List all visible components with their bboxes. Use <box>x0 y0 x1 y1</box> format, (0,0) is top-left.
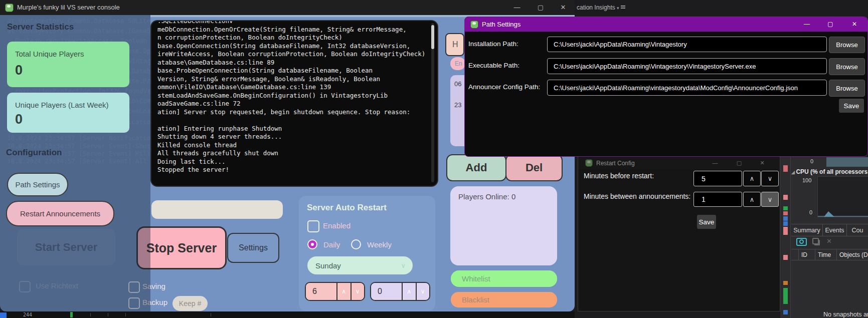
whitelist-button[interactable]: Whitelist <box>451 270 557 287</box>
col-objects[interactable]: Objects (D <box>837 249 868 260</box>
card-label: Unique Players (Last Week) <box>15 101 108 109</box>
tab-events[interactable]: Events <box>823 224 847 236</box>
path-settings-dialog: Path Settings — ▢ ✕ Installation Path: B… <box>464 17 868 157</box>
console-output[interactable]: .SQLiteDbConnectionVmeDbConnection.OpenO… <box>150 20 438 187</box>
whitelist-label: Whitelist <box>462 274 490 283</box>
restart-hour-stepper: ∧ ∨ <box>305 282 365 301</box>
minutes-before-up-button[interactable]: ∧ <box>743 171 761 186</box>
collapse-icon: ◢ <box>791 170 796 175</box>
hour-up-button[interactable]: ∧ <box>336 283 351 300</box>
col-id[interactable]: ID <box>799 249 815 260</box>
hour-down-button[interactable]: ∨ <box>351 283 365 300</box>
camera-icon[interactable] <box>796 238 807 246</box>
browse-button[interactable]: Browse <box>829 58 865 75</box>
maximize-button[interactable]: ▢ <box>533 2 548 14</box>
minutes-between-label: Minutes between announcements: <box>584 192 690 200</box>
card-value: 0 <box>15 63 23 78</box>
del-button[interactable]: Del <box>505 154 563 181</box>
minimize-button[interactable]: — <box>799 19 814 30</box>
add-label: Add <box>466 161 487 174</box>
scroll-annotation <box>783 310 788 314</box>
chevron-down-icon: ▾ <box>617 6 619 11</box>
executable-path-input[interactable] <box>547 58 827 74</box>
background-window-controls-icon <box>621 6 625 7</box>
minutes-before-down-button[interactable]: ∨ <box>761 171 779 186</box>
daily-radio[interactable] <box>307 239 317 249</box>
hour-input[interactable] <box>306 283 336 300</box>
maximize-button[interactable]: ▢ <box>732 158 747 168</box>
col-blank <box>791 249 799 260</box>
close-button[interactable]: ✕ <box>847 19 862 30</box>
scroll-annotation <box>783 227 788 235</box>
empty-message: No snapshots are <box>823 311 868 318</box>
unique-players-week-card: Unique Players (Last Week) 0 <box>7 93 129 133</box>
settings-button[interactable]: Settings <box>227 233 279 263</box>
en-pill-label: En <box>455 60 462 67</box>
console-scrollbar-thumb[interactable] <box>431 25 434 49</box>
minutes-before-label: Minutes before restart: <box>584 172 654 180</box>
screen: cation Insights ▾ Murple's funky lil VS … <box>0 0 868 318</box>
cpu-chart-header[interactable]: ◢ CPU (% of all processors) <box>791 168 867 175</box>
background-title-text: cation Insights <box>577 4 615 11</box>
minutes-between-input[interactable] <box>693 192 742 207</box>
background-window-title[interactable]: cation Insights ▾ <box>577 4 619 11</box>
minutes-before-input[interactable] <box>693 171 742 186</box>
announcer-config-path-input[interactable] <box>547 80 827 96</box>
save-label: Save <box>699 218 715 226</box>
h-button[interactable]: H <box>445 33 464 56</box>
restart-announcements-label: Restart Announcements <box>20 209 100 218</box>
minute-up-button[interactable]: ∧ <box>402 283 416 300</box>
save-button[interactable]: Save <box>839 99 864 113</box>
close-button[interactable]: ✕ <box>755 158 770 168</box>
close-button[interactable]: ✕ <box>556 2 571 14</box>
restart-minute-stepper: ∧ ∨ <box>370 282 430 301</box>
keep-count-button[interactable]: Keep # <box>172 296 208 311</box>
minute-input[interactable] <box>371 283 402 300</box>
minutes-between-down-button[interactable]: ∨ <box>761 192 779 207</box>
scroll-annotation <box>783 288 788 304</box>
taskbar-icon[interactable] <box>0 312 7 318</box>
players-online-label: Players Online: 0 <box>458 192 515 201</box>
browse-button[interactable]: Browse <box>829 80 865 97</box>
snapshot-toolbar: ✕ <box>791 237 868 247</box>
scroll-annotation <box>783 255 788 260</box>
maximize-button[interactable]: ▢ <box>823 19 838 30</box>
restart-day-select[interactable]: Sunday ∨ <box>307 256 413 274</box>
browse-button[interactable]: Browse <box>829 37 865 53</box>
list-item[interactable]: 23 <box>454 101 461 109</box>
minimize-button[interactable]: — <box>708 158 723 168</box>
players-online-panel[interactable]: Players Online: 0 <box>450 186 557 265</box>
chevron-down-icon: ∨ <box>401 262 406 269</box>
col-time[interactable]: Time <box>815 249 837 260</box>
browse-label: Browse <box>836 41 857 49</box>
auto-restart-title: Server Auto Restart <box>307 203 387 213</box>
minute-down-button[interactable]: ∨ <box>416 283 430 300</box>
list-item[interactable]: 06 <box>454 80 461 88</box>
path-settings-button[interactable]: Path Settings <box>7 173 68 196</box>
command-input[interactable] <box>151 200 283 219</box>
blacklist-label: Blacklist <box>462 295 489 304</box>
cpu-ymax-label: 100 <box>802 177 811 183</box>
enabled-checkbox[interactable] <box>307 220 319 232</box>
tab-summary[interactable]: Summary <box>791 224 823 236</box>
blacklist-button[interactable]: Blacklist <box>451 292 557 307</box>
app-title: Murple's funky lil VS server console <box>17 4 120 11</box>
app-titlebar: Murple's funky lil VS server console — ▢… <box>0 0 575 15</box>
minimize-button[interactable]: — <box>509 2 525 14</box>
compare-icon[interactable] <box>812 238 819 244</box>
restart-announcements-button[interactable]: Restart Announcements <box>6 201 114 226</box>
en-pill[interactable]: En <box>450 57 465 70</box>
dialog-icon <box>470 21 478 29</box>
minutes-between-up-button[interactable]: ∧ <box>743 192 761 207</box>
delete-icon[interactable]: ✕ <box>826 237 832 245</box>
tab-counters[interactable]: Cou <box>847 224 868 236</box>
installation-path-input[interactable] <box>547 37 827 52</box>
console-scrollbar[interactable] <box>431 23 434 182</box>
add-button[interactable]: Add <box>446 154 506 181</box>
path-settings-titlebar: Path Settings — ▢ ✕ <box>465 17 867 32</box>
cpu-chart <box>817 176 868 217</box>
weekly-radio[interactable] <box>351 239 361 249</box>
save-button[interactable]: Save <box>697 215 716 229</box>
snapshot-table-header: ID Time Objects (D <box>791 249 868 260</box>
card-label: Total Unique Players <box>15 50 84 58</box>
